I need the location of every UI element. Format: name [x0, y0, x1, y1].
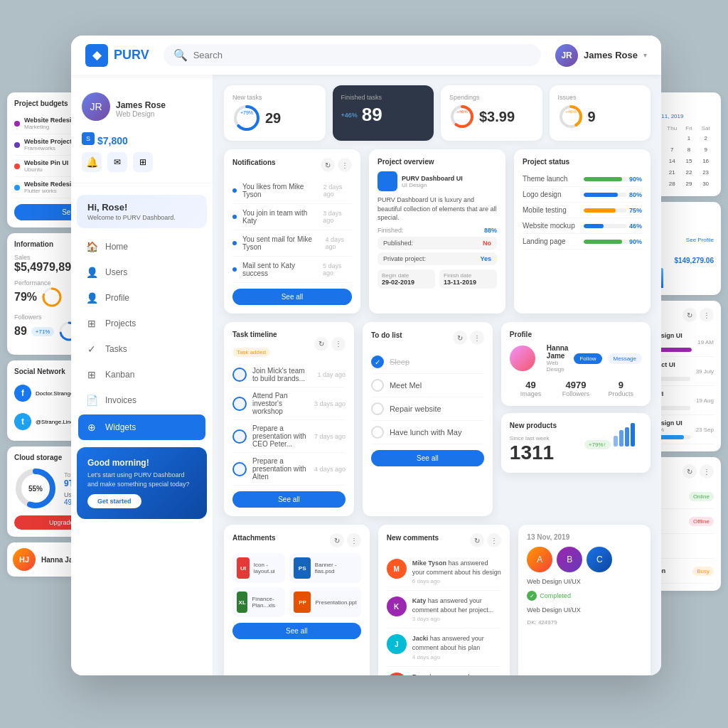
more-todo-icon[interactable]: ⋮ [470, 331, 484, 345]
calendar-cell[interactable]: 9 [697, 144, 714, 155]
comment-avatar: R [387, 673, 407, 675]
status-progress-pct: 80% [629, 191, 642, 198]
attach-type-icon: PP [294, 592, 311, 613]
followers-label: Followers [555, 390, 596, 397]
svg-rect-18 [625, 427, 629, 446]
notifications-see-all-button[interactable]: See all [232, 289, 352, 305]
nav-label: Projects [105, 318, 136, 328]
refresh-attach-icon[interactable]: ↻ [330, 533, 344, 547]
calendar-cell[interactable]: 2 [697, 133, 714, 144]
refresh-users-icon[interactable]: ↻ [682, 464, 697, 478]
more-icon[interactable]: ⋮ [700, 308, 714, 322]
calendar-cell[interactable]: 7 [664, 144, 680, 155]
comment-time: 4 days ago [412, 654, 502, 660]
attachment-item: PS Banner - flas.psd [289, 553, 360, 583]
task-text: Attend Pan investor's workshop [252, 392, 309, 415]
task-see-all-button[interactable]: See all [232, 491, 346, 508]
todo-text: Repair website [390, 405, 441, 413]
refresh-comments-icon[interactable]: ↻ [470, 533, 484, 547]
bell-icon[interactable]: 🔔 [82, 152, 102, 172]
todo-card: To do list ↻ ⋮ ✓ Sleep Meet Mel Repair w… [363, 322, 493, 516]
products-label: Products [600, 390, 642, 397]
search-input[interactable] [193, 50, 531, 60]
more-task-icon[interactable]: ⋮ [331, 337, 346, 351]
project-status-card: Project status Theme launch 90% Logo des… [514, 149, 651, 314]
comment-text: Katy has answered your comment about her… [412, 596, 502, 614]
calendar-cell[interactable]: 30 [697, 178, 714, 189]
more-users-icon[interactable]: ⋮ [700, 464, 714, 478]
todo-checkbox[interactable] [371, 426, 384, 439]
task-item: Attend Pan investor's workshop 3 days ag… [232, 387, 346, 420]
status-item-label: Landing page [523, 237, 584, 245]
task-circle-icon [232, 429, 247, 444]
sidebar-item-projects[interactable]: ⊞ Projects [71, 311, 213, 336]
refresh-notif-icon[interactable]: ↻ [321, 158, 335, 172]
logo-icon: ◆ [85, 44, 108, 67]
calendar-cell[interactable]: 14 [664, 156, 680, 166]
profile-stats: 49 Images 4979 Followers 9 Products [510, 380, 642, 397]
calendar-cell[interactable]: 1 [681, 133, 697, 144]
finished-value: 88% [484, 227, 497, 234]
more-notif-icon[interactable]: ⋮ [338, 158, 352, 172]
status-item-label: Website mockup [523, 222, 584, 230]
todo-see-all-button[interactable]: See all [371, 450, 484, 466]
issues-value: 9 [588, 109, 596, 125]
apps-icon[interactable]: ⊞ [133, 152, 153, 172]
sidebar-balance: $7,800 [97, 135, 128, 146]
calendar-day-header: Thu [664, 124, 680, 133]
refresh-icon[interactable]: ↻ [682, 308, 697, 322]
more-attach-icon[interactable]: ⋮ [347, 533, 361, 547]
sidebar-item-tasks[interactable]: ✓ Tasks [71, 336, 213, 362]
refresh-todo-icon[interactable]: ↻ [453, 331, 467, 345]
user-info[interactable]: JR James Rose ▾ [555, 44, 647, 67]
todo-checkbox[interactable] [371, 379, 384, 392]
new-products-badge: +79%↑ [584, 440, 611, 449]
calendar-cell[interactable]: 23 [697, 167, 714, 178]
spendings-card: Spendings +46% $3.99 [441, 85, 542, 141]
attach-type-icon: PS [294, 557, 310, 579]
progress-time: 39 July [696, 368, 714, 375]
project-overview-desc: PURV Dashboard UI is luxury and beautifu… [378, 196, 497, 223]
calendar-cell[interactable]: 15 [681, 156, 697, 166]
see-profile-link[interactable]: See Profile [686, 237, 714, 243]
calendar-cell[interactable]: 29 [681, 178, 697, 189]
calendar-cell[interactable]: 28 [664, 178, 680, 189]
profile-card-role: Web Design [547, 360, 569, 373]
calendar-cell[interactable]: 8 [681, 144, 697, 155]
get-started-button[interactable]: Get started [87, 494, 141, 508]
finished-tasks-label: Finished tasks [341, 94, 426, 101]
profile-card-name: Hanna Jame [547, 344, 569, 360]
sidebar-item-invoices[interactable]: 📄 Invoices [71, 387, 213, 413]
search-bar[interactable]: 🔍 [164, 44, 541, 66]
todo-items-list: ✓ Sleep Meet Mel Repair website Have lun… [371, 350, 484, 444]
published-label: Published: [383, 240, 413, 247]
status-progress-fill [584, 177, 622, 181]
cloud-donut-chart: 55% [14, 467, 57, 510]
message-button[interactable]: Message [608, 353, 642, 364]
todo-checkbox[interactable] [371, 402, 384, 415]
calendar-cell[interactable]: 16 [697, 156, 714, 166]
todo-item: ✓ Sleep [371, 350, 484, 374]
sidebar-item-users[interactable]: 👤 Users [71, 259, 213, 285]
twitter-icon: t [14, 413, 31, 430]
nav-label: Tasks [105, 344, 127, 354]
comment-text: Mike Tyson has answered your comment abo… [412, 559, 502, 577]
calendar-cell[interactable]: 22 [681, 167, 697, 178]
refresh-task-icon[interactable]: ↻ [314, 337, 328, 351]
new-products-title: New products [510, 422, 557, 429]
comments-header: New comments ↻ ⋮ [387, 533, 502, 547]
comment-item: M Mike Tyson has answered your comment a… [387, 553, 502, 591]
sidebar-item-kanban[interactable]: ⊞ Kanban [71, 362, 213, 387]
sidebar-profile-name: James Rose [116, 100, 166, 110]
sidebar-item-widgets[interactable]: ⊕ Widgets [78, 414, 205, 440]
task-time: 4 days ago [314, 466, 346, 473]
more-comments-icon[interactable]: ⋮ [487, 533, 501, 547]
new-tasks-chart: +79% [232, 104, 261, 132]
sidebar-item-home[interactable]: 🏠 Home [71, 234, 213, 259]
sidebar-item-profile[interactable]: 👤 Profile [71, 285, 213, 311]
todo-checkbox[interactable]: ✓ [371, 355, 384, 368]
message-icon[interactable]: ✉ [107, 152, 127, 172]
follow-button[interactable]: Follow [574, 353, 601, 364]
calendar-cell[interactable]: 21 [664, 167, 680, 178]
attach-see-all-button[interactable]: See all [232, 623, 361, 639]
